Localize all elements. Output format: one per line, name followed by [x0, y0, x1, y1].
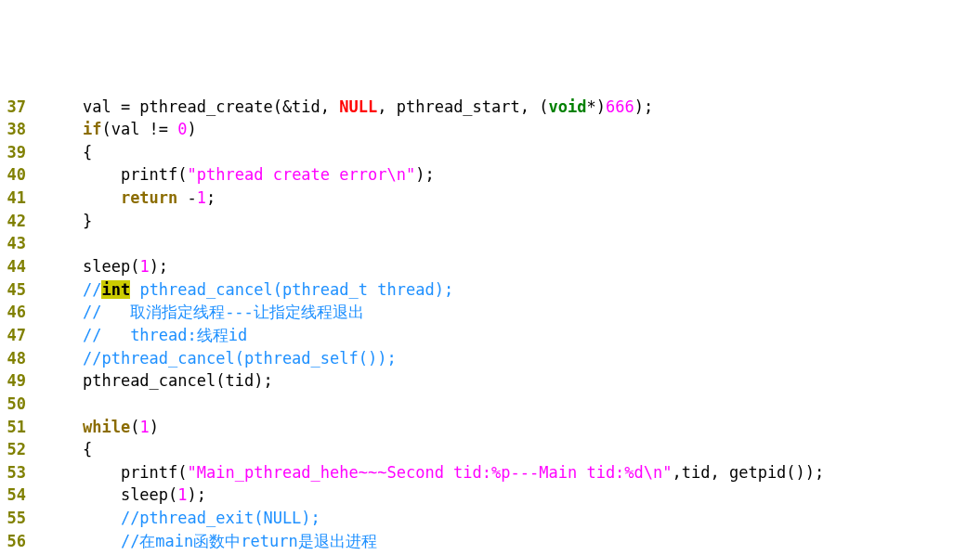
token-str: "Main_pthread_hehe~~~Second tid:%p---Mai…	[188, 463, 673, 482]
token-plain: );	[188, 485, 206, 504]
line-number: 39	[0, 141, 45, 164]
line-number: 45	[0, 278, 45, 302]
token-plain: }	[83, 212, 92, 230]
code-line[interactable]: 51 while(1)	[0, 416, 980, 439]
code-line[interactable]: 38 if(val != 0)	[0, 118, 980, 141]
token-plain: );	[150, 257, 168, 276]
token-num: 666	[606, 97, 634, 116]
code-line[interactable]: 46 // 取消指定线程---让指定线程退出	[0, 301, 980, 324]
token-k-ctrl: return	[121, 188, 177, 207]
code-line[interactable]: 55 //pthread_exit(NULL);	[0, 507, 980, 530]
token-k-ctrl: if	[83, 120, 101, 138]
line-number: 37	[0, 96, 45, 119]
code-content[interactable]: //int pthread_cancel(pthread_t thread);	[45, 278, 980, 302]
code-editor[interactable]: 37 val = pthread_create(&tid, NULL, pthr…	[0, 96, 980, 555]
token-plain: printf(	[121, 463, 188, 482]
code-content[interactable]: // 取消指定线程---让指定线程退出	[45, 301, 980, 324]
token-comment: // 取消指定线程---让指定线程退出	[83, 303, 364, 321]
code-content[interactable]: // thread:线程id	[45, 324, 980, 347]
line-number: 52	[0, 438, 45, 461]
code-line[interactable]: 49 pthread_cancel(tid);	[0, 369, 980, 393]
token-num: 1	[177, 485, 187, 504]
token-plain: );	[415, 165, 434, 184]
code-content[interactable]: }	[45, 210, 980, 233]
token-plain: ,tid, getpid());	[673, 463, 825, 482]
line-number: 43	[0, 232, 45, 255]
line-number: 54	[0, 484, 45, 507]
token-k-null: NULL	[339, 97, 377, 116]
code-content[interactable]: printf("Main_pthread_hehe~~~Second tid:%…	[45, 461, 980, 484]
line-number: 42	[0, 210, 45, 233]
code-line[interactable]: 40 printf("pthread create error\n");	[0, 163, 980, 187]
line-number: 48	[0, 347, 45, 370]
token-comment: //	[83, 280, 101, 299]
line-number: 38	[0, 118, 45, 141]
token-plain: , pthread_start, (	[377, 97, 548, 116]
code-line[interactable]: 54 sleep(1);	[0, 484, 980, 507]
code-line[interactable]: 53 printf("Main_pthread_hehe~~~Second ti…	[0, 461, 980, 484]
token-num: 1	[139, 418, 149, 436]
token-plain: {	[83, 143, 92, 161]
token-k-type: void	[548, 97, 586, 116]
token-plain: );	[634, 97, 653, 116]
code-content[interactable]: sleep(1);	[45, 484, 980, 507]
token-comment: //在main函数中return是退出进程	[121, 532, 377, 550]
code-content[interactable]: pthread_cancel(tid);	[45, 369, 980, 393]
token-plain: *)	[586, 97, 605, 116]
line-number: 49	[0, 369, 45, 393]
code-line[interactable]: 50	[0, 393, 980, 416]
token-plain: sleep(	[121, 485, 177, 504]
code-content[interactable]: if(val != 0)	[45, 118, 980, 141]
code-content[interactable]: //在main函数中return是退出进程	[45, 530, 980, 553]
token-comment: //pthread_exit(NULL);	[121, 509, 320, 527]
code-line[interactable]: 45 //int pthread_cancel(pthread_t thread…	[0, 278, 980, 302]
token-hl: int	[101, 280, 130, 299]
token-num: 1	[139, 257, 149, 276]
token-plain: -	[177, 188, 196, 207]
token-plain: pthread_cancel(tid);	[83, 371, 273, 390]
code-content[interactable]: //pthread_cancel(pthread_self());	[45, 347, 980, 370]
line-number: 51	[0, 416, 45, 439]
code-content[interactable]: {	[45, 141, 980, 164]
code-line[interactable]: 41 return -1;	[0, 187, 980, 210]
code-content[interactable]: sleep(1);	[45, 255, 980, 278]
code-content[interactable]: val = pthread_create(&tid, NULL, pthread…	[45, 96, 980, 119]
token-plain: val = pthread_create(&tid,	[83, 97, 339, 116]
line-number: 53	[0, 461, 45, 484]
code-content[interactable]: {	[45, 438, 980, 461]
token-plain: (	[130, 418, 139, 436]
code-line[interactable]: 52 {	[0, 438, 980, 461]
token-plain: ;	[206, 188, 216, 207]
token-plain: )	[188, 120, 197, 138]
token-comment: pthread_cancel(pthread_t thread);	[130, 280, 453, 299]
token-comment: // thread:线程id	[83, 326, 247, 344]
line-number: 55	[0, 507, 45, 530]
token-plain: sleep(	[83, 257, 139, 276]
line-number: 50	[0, 393, 45, 416]
code-line[interactable]: 47 // thread:线程id	[0, 324, 980, 347]
code-content[interactable]: while(1)	[45, 416, 980, 439]
code-content[interactable]: //pthread_exit(NULL);	[45, 507, 980, 530]
code-line[interactable]: 44 sleep(1);	[0, 255, 980, 278]
token-plain: {	[83, 440, 92, 458]
line-number: 41	[0, 187, 45, 210]
line-number: 46	[0, 301, 45, 324]
line-number: 40	[0, 163, 45, 187]
token-plain: )	[150, 418, 159, 436]
code-content[interactable]: printf("pthread create error\n");	[45, 163, 980, 187]
line-number: 44	[0, 255, 45, 278]
code-line[interactable]: 56 //在main函数中return是退出进程	[0, 530, 980, 553]
line-number: 56	[0, 530, 45, 553]
line-number: 47	[0, 324, 45, 347]
token-plain: (val !=	[101, 120, 177, 138]
token-k-ctrl: while	[83, 418, 130, 436]
token-str: "pthread create error\n"	[188, 165, 416, 184]
code-line[interactable]: 43	[0, 232, 980, 255]
code-line[interactable]: 39 {	[0, 141, 980, 164]
token-num: 1	[197, 188, 206, 207]
code-line[interactable]: 48 //pthread_cancel(pthread_self());	[0, 347, 980, 370]
code-content[interactable]: return -1;	[45, 187, 980, 210]
token-num: 0	[177, 120, 187, 138]
code-line[interactable]: 37 val = pthread_create(&tid, NULL, pthr…	[0, 96, 980, 119]
code-line[interactable]: 42 }	[0, 210, 980, 233]
